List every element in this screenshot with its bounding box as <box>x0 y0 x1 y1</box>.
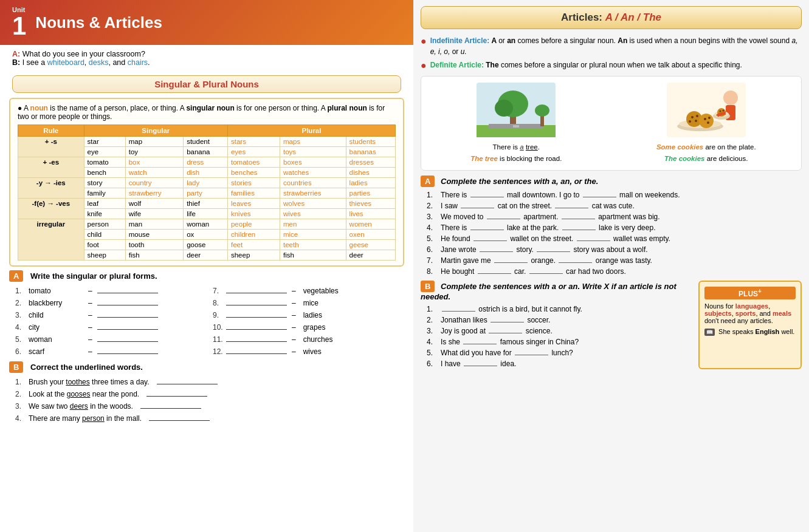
answer-blank[interactable] <box>559 255 592 263</box>
answer-blank[interactable] <box>149 412 210 421</box>
rule-ves: -f(e) → -ves <box>18 199 84 219</box>
list-item: 9. – ladies <box>213 309 404 319</box>
articles-header: Articles: A / An / The <box>421 6 802 29</box>
answer-blank[interactable] <box>461 200 494 208</box>
noun-table: Rule Singular Plural + -s starmapstudent… <box>18 124 396 261</box>
singular-noun-label: singular noun <box>186 104 234 112</box>
svg-point-4 <box>495 100 513 117</box>
list-item: 12. – wives <box>213 346 404 356</box>
bullet-indefinite: ● Indefinite Article: A or an comes befo… <box>421 35 802 57</box>
exercise-a-title: Write the singular or plural forms. <box>30 271 157 281</box>
list-item: 4. city – <box>15 321 207 332</box>
list-item: 7. – vegetables <box>213 285 404 295</box>
answer-blank[interactable] <box>226 321 287 330</box>
intro-a-text: What do you see in your classroom? <box>22 50 145 58</box>
svg-point-16 <box>689 120 691 123</box>
answer-blank[interactable] <box>226 309 287 318</box>
answer-blank[interactable] <box>489 326 522 333</box>
table-row: irregular personmanwoman peoplemenwomen <box>18 219 396 230</box>
answer-blank[interactable] <box>97 309 158 318</box>
list-item: 4. There is lake at the park. lake is ve… <box>427 222 802 232</box>
exercise-a-label: A <box>9 270 23 282</box>
answer-blank[interactable] <box>146 388 207 397</box>
plus-example: 📖 She speaks English well. <box>704 328 796 336</box>
answer-blank[interactable] <box>470 189 504 197</box>
intro-box: A: What do you see in your classroom? B:… <box>0 45 413 70</box>
answer-blank[interactable] <box>97 321 158 330</box>
list-item: 11. – churches <box>213 333 404 344</box>
list-item: 5. What did you have for lunch? <box>427 347 692 357</box>
image-cookie-box: Some cookies are on the plate. The cooki… <box>618 83 796 164</box>
table-row: + -es tomatoboxdress tomatoesboxesdresse… <box>18 157 396 168</box>
list-item: 5. He found wallet on the street. wallet… <box>427 233 802 243</box>
list-item: 6. scarf – <box>15 346 207 356</box>
underlined-word: deers <box>70 402 88 411</box>
list-item: 1. ostrich is a bird, but it cannot fly. <box>427 304 692 313</box>
answer-blank[interactable] <box>515 347 548 355</box>
articles-bullets: ● Indefinite Article: A or an comes befo… <box>421 35 802 71</box>
the-cookies-caption: The cookies <box>664 155 704 162</box>
answer-blank[interactable] <box>463 336 497 344</box>
svg-point-8 <box>535 104 549 117</box>
right-ex-b-title: Complete the sentences with a or an. Wri… <box>421 282 676 301</box>
table-row: -f(e) → -ves leafwolfthief leaveswolvest… <box>18 199 396 209</box>
right-ex-a-label: A <box>421 176 435 187</box>
bullet-definite: ● Definite Article: The comes before a s… <box>421 60 802 71</box>
list-item: 3. Joy is good at science. <box>427 326 692 335</box>
answer-blank[interactable] <box>140 400 201 409</box>
answer-blank[interactable] <box>442 304 475 312</box>
exercise-a-left: A Write the singular or plural forms. 1.… <box>9 270 404 358</box>
tree-image <box>477 83 556 137</box>
exercise-a-col-right: 7. – vegetables 8. – mice 9. <box>207 282 404 358</box>
definition-line: ● A noun is the name of a person, place,… <box>18 104 396 121</box>
answer-blank[interactable] <box>226 346 287 354</box>
plural-noun-label: plural noun <box>328 104 367 112</box>
answer-blank[interactable] <box>473 233 507 241</box>
answer-blank[interactable] <box>464 358 497 366</box>
cookie-image <box>667 83 746 137</box>
rule-es: + -es <box>18 157 84 178</box>
desks-link[interactable]: desks <box>89 58 109 67</box>
answer-blank[interactable] <box>226 297 287 305</box>
answer-blank[interactable] <box>577 233 610 241</box>
articles-title-italic: A / An / The <box>605 12 661 23</box>
list-item: 1. There is mall downtown. I go to mall … <box>427 189 802 199</box>
answer-blank[interactable] <box>97 333 158 342</box>
answer-blank[interactable] <box>470 222 504 230</box>
noun-word: noun <box>30 104 48 112</box>
answer-blank[interactable] <box>97 297 158 305</box>
answer-blank[interactable] <box>480 244 513 252</box>
whiteboard-link[interactable]: whiteboard <box>47 58 84 67</box>
svg-point-15 <box>695 120 697 122</box>
rule-s: + -s <box>18 137 84 157</box>
plus-header: PLUS+ <box>704 287 796 299</box>
exercise-b-right-main: B Complete the sentences with a or an. W… <box>421 281 692 369</box>
answer-blank[interactable] <box>226 285 287 293</box>
answer-blank[interactable] <box>494 255 528 263</box>
unit-title: Nouns & Articles <box>35 13 162 32</box>
answer-blank[interactable] <box>487 211 520 219</box>
answer-blank[interactable] <box>97 285 158 293</box>
answer-blank[interactable] <box>555 200 588 208</box>
table-header-rule: Rule <box>18 125 84 137</box>
list-item: 8. – mice <box>213 297 404 307</box>
answer-blank[interactable] <box>97 346 158 354</box>
answer-blank[interactable] <box>537 244 570 252</box>
right-panel: Articles: A / An / The ● Indefinite Arti… <box>413 0 809 532</box>
answer-blank[interactable] <box>157 376 218 384</box>
answer-blank[interactable] <box>529 266 563 274</box>
answer-blank[interactable] <box>226 333 287 342</box>
answer-blank[interactable] <box>478 266 511 274</box>
the-tree-caption: The tree <box>470 155 498 162</box>
svg-point-21 <box>723 90 738 105</box>
answer-blank[interactable] <box>491 315 524 322</box>
table-header-singular: Singular <box>84 125 227 137</box>
chairs-link[interactable]: chairs <box>128 58 148 67</box>
answer-blank[interactable] <box>583 189 616 197</box>
unit-number: 1 <box>12 13 26 39</box>
answer-blank[interactable] <box>562 211 595 219</box>
answer-blank[interactable] <box>562 222 596 230</box>
exercise-b-title: Correct the underlined words. <box>30 363 143 372</box>
table-row: -y → -ies storycountrylady storiescountr… <box>18 178 396 188</box>
svg-point-17 <box>699 114 714 128</box>
